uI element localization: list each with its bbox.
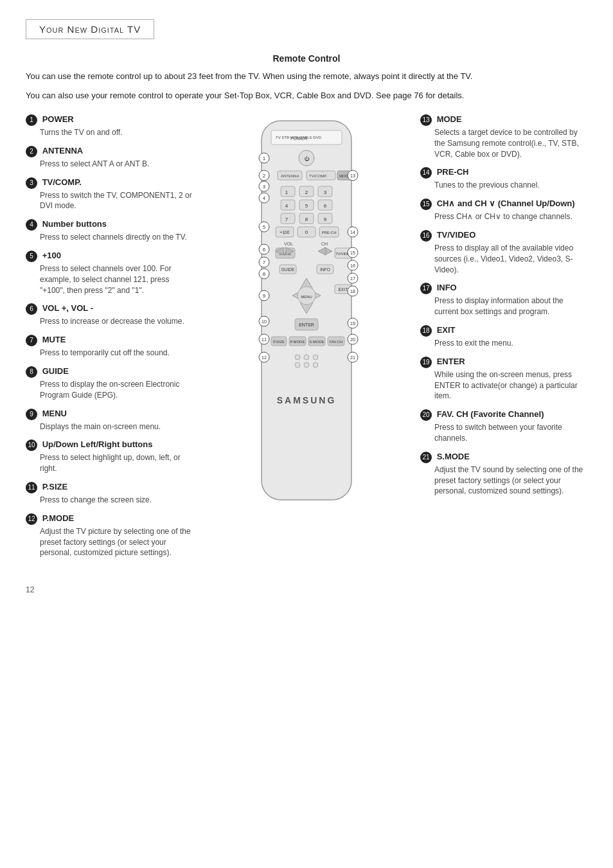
svg-text:4: 4 <box>263 195 266 201</box>
remote-svg: POWER TV STB VCR CABLE DVD ⏻ ANTENNA TV/… <box>236 114 377 513</box>
item-number: 1 <box>26 114 37 126</box>
svg-text:14: 14 <box>350 230 355 235</box>
intro-paragraph-2: You can also use your remote control to … <box>26 89 587 102</box>
item-desc: Turns the TV on and off. <box>40 127 193 138</box>
item-title: EXIT <box>437 325 456 335</box>
svg-text:0: 0 <box>305 229 308 235</box>
svg-text:9: 9 <box>263 293 266 299</box>
item-title: MENU <box>42 409 67 418</box>
item-number: 18 <box>420 325 432 337</box>
remote-image: POWER TV STB VCR CABLE DVD ⏻ ANTENNA TV/… <box>236 114 377 515</box>
svg-text:FAV.CH: FAV.CH <box>330 340 343 344</box>
left-item-3: 3 TV/COMP. Press to switch the TV, COMPO… <box>26 177 193 212</box>
item-number: 7 <box>26 335 37 346</box>
item-desc: Press to switch between your favorite ch… <box>434 422 587 444</box>
svg-text:8: 8 <box>305 217 308 222</box>
svg-text:CH: CH <box>321 242 328 246</box>
left-item-12: 12 P.MODE Adjust the TV picture by selec… <box>26 513 193 558</box>
item-title: VOL +, VOL - <box>42 304 93 314</box>
left-item-11: 11 P.SIZE Press to change the screen siz… <box>26 482 193 506</box>
right-item-16: 16 TV/VIDEO Press to display all of the … <box>420 230 587 275</box>
item-desc: Press to select channels over 100. For e… <box>40 263 193 296</box>
svg-text:4: 4 <box>285 203 289 209</box>
item-title: MUTE <box>42 335 66 345</box>
left-item-9: 9 MENU Displays the main on-screen menu. <box>26 409 193 432</box>
svg-text:2: 2 <box>263 173 266 179</box>
svg-text:1: 1 <box>263 155 266 161</box>
svg-text:10: 10 <box>262 319 267 324</box>
left-column: 1 POWER Turns the TV on and off. 2 ANTEN… <box>26 114 193 566</box>
svg-text:18: 18 <box>350 289 355 294</box>
intro-paragraph-1: You can use the remote control up to abo… <box>26 70 587 83</box>
center-column: POWER TV STB VCR CABLE DVD ⏻ ANTENNA TV/… <box>206 114 407 566</box>
item-title: PRE-CH <box>437 168 469 177</box>
section-title: Remote Control <box>26 53 587 64</box>
svg-point-73 <box>313 362 318 368</box>
item-number: 6 <box>26 303 37 315</box>
item-number: 10 <box>26 439 37 451</box>
right-item-21: 21 S.MODE Adjust the TV sound by selecti… <box>420 452 587 497</box>
svg-text:16: 16 <box>350 263 355 268</box>
svg-text:GUIDE: GUIDE <box>281 267 295 272</box>
right-column: 13 MODE Selects a target device to be co… <box>420 114 587 566</box>
svg-text:3: 3 <box>263 184 266 190</box>
item-number: 15 <box>420 199 432 210</box>
item-desc: Displays the main on-screen menu. <box>40 421 193 432</box>
right-item-17: 17 INFO Press to display information abo… <box>420 283 587 317</box>
item-number: 12 <box>26 513 37 525</box>
svg-text:5: 5 <box>263 224 266 230</box>
item-desc: While using the on-screen menus, press E… <box>434 369 587 402</box>
svg-text:8: 8 <box>263 271 266 277</box>
left-item-5: 5 +100 Press to select channels over 100… <box>26 251 193 296</box>
left-item-8: 8 GUIDE Press to display the on-screen E… <box>26 366 193 401</box>
item-desc: Tunes to the previous channel. <box>434 180 587 191</box>
svg-text:INFO: INFO <box>320 267 330 272</box>
item-desc: Press to select ANT A or ANT B. <box>40 159 193 170</box>
svg-text:5: 5 <box>305 203 308 209</box>
right-item-14: 14 PRE-CH Tunes to the previous channel. <box>420 167 587 191</box>
content-area: 1 POWER Turns the TV on and off. 2 ANTEN… <box>26 114 587 566</box>
svg-text:TV/COMP.: TV/COMP. <box>309 174 328 178</box>
svg-text:ENTER: ENTER <box>299 323 314 327</box>
item-title: S.MODE <box>437 452 470 461</box>
item-number: 3 <box>26 177 37 189</box>
svg-point-71 <box>295 362 300 368</box>
item-number: 21 <box>420 452 432 463</box>
svg-text:15: 15 <box>350 251 355 255</box>
item-number: 5 <box>26 251 37 262</box>
right-item-15: 15 CH∧ and CH ∨ (Channel Up/Down) Press … <box>420 199 587 222</box>
item-desc: Press to display all of the available vi… <box>434 243 587 275</box>
svg-text:19: 19 <box>350 321 355 326</box>
left-item-2: 2 ANTENNA Press to select ANT A or ANT B… <box>26 146 193 170</box>
svg-point-72 <box>304 362 309 368</box>
left-item-6: 6 VOL +, VOL - Press to increase or decr… <box>26 303 193 327</box>
item-number: 2 <box>26 146 37 157</box>
item-desc: Adjust the TV sound by selecting one of … <box>434 465 587 497</box>
svg-text:6: 6 <box>263 247 266 252</box>
left-item-4: 4 Number buttons Press to select channel… <box>26 219 193 243</box>
right-item-20: 20 FAV. CH (Favorite Channel) Press to s… <box>420 409 587 444</box>
item-title: CH∧ and CH ∨ (Channel Up/Down) <box>437 199 575 209</box>
svg-text:MENU: MENU <box>301 295 312 299</box>
item-number: 8 <box>26 366 37 378</box>
item-number: 16 <box>420 230 432 242</box>
svg-text:9: 9 <box>324 217 327 222</box>
svg-text:17: 17 <box>350 276 355 281</box>
item-title: ANTENNA <box>42 146 84 155</box>
item-desc: Press to display information about the c… <box>434 296 587 317</box>
svg-text:7: 7 <box>285 217 289 222</box>
item-title: MODE <box>437 114 462 124</box>
svg-text:P.MODE: P.MODE <box>290 340 305 344</box>
svg-point-69 <box>304 355 309 360</box>
svg-text:6: 6 <box>324 203 327 209</box>
svg-text:EXIT: EXIT <box>339 287 348 292</box>
svg-text:VOL: VOL <box>284 242 293 246</box>
item-title: P.MODE <box>42 513 75 523</box>
svg-point-68 <box>295 355 300 360</box>
left-item-10: 10 Up/Down Left/Right buttons Press to s… <box>26 439 193 474</box>
item-title: TV/COMP. <box>42 177 82 187</box>
item-desc: Press to display the on-screen Electroni… <box>40 379 193 401</box>
svg-text:TV  STB  VCR  CABLE  DVD: TV STB VCR CABLE DVD <box>276 136 322 139</box>
svg-text:⏻: ⏻ <box>304 156 310 162</box>
item-desc: Press to exit the menu. <box>434 338 587 349</box>
